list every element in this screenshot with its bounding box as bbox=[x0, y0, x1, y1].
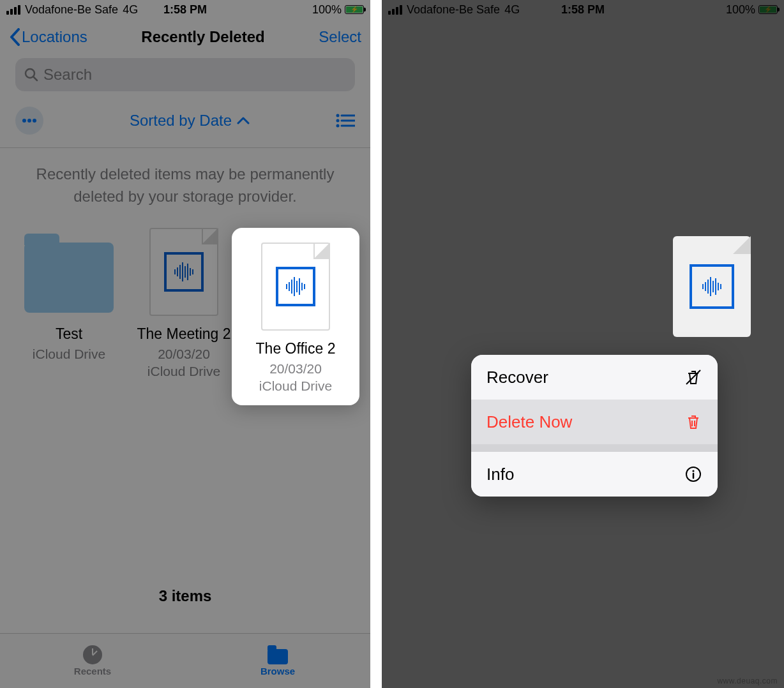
svg-point-15 bbox=[692, 470, 694, 472]
recover-icon bbox=[684, 368, 702, 386]
menu-item-label: Info bbox=[486, 465, 514, 484]
menu-item-label: Recover bbox=[486, 368, 548, 387]
phone-right: Vodafone-Be Safe 4G 1:58 PM 100% Recover… bbox=[382, 0, 784, 688]
audio-waveform-icon bbox=[690, 264, 734, 309]
file-location: iCloud Drive bbox=[259, 378, 332, 393]
dim-overlay bbox=[382, 0, 784, 688]
selected-file-preview bbox=[673, 236, 751, 337]
file-name: The Office 2 bbox=[238, 340, 353, 357]
phone-left: Vodafone-Be Safe 4G 1:58 PM 100% Locatio… bbox=[0, 0, 370, 688]
menu-item-recover[interactable]: Recover bbox=[471, 355, 718, 400]
selected-file-card[interactable]: The Office 2 20/03/20iCloud Drive bbox=[232, 228, 359, 405]
trash-icon bbox=[684, 413, 702, 431]
document-icon bbox=[261, 243, 330, 331]
menu-item-label: Delete Now bbox=[486, 412, 572, 432]
menu-separator bbox=[471, 444, 718, 452]
file-date: 20/03/20 bbox=[269, 361, 322, 376]
info-icon bbox=[684, 465, 702, 483]
menu-item-delete[interactable]: Delete Now bbox=[471, 400, 718, 444]
menu-item-info[interactable]: Info bbox=[471, 452, 718, 497]
screenshot-divider bbox=[370, 0, 382, 688]
audio-waveform-icon bbox=[276, 267, 315, 306]
svg-line-11 bbox=[686, 370, 700, 384]
context-menu: Recover Delete Now Info bbox=[471, 355, 718, 497]
